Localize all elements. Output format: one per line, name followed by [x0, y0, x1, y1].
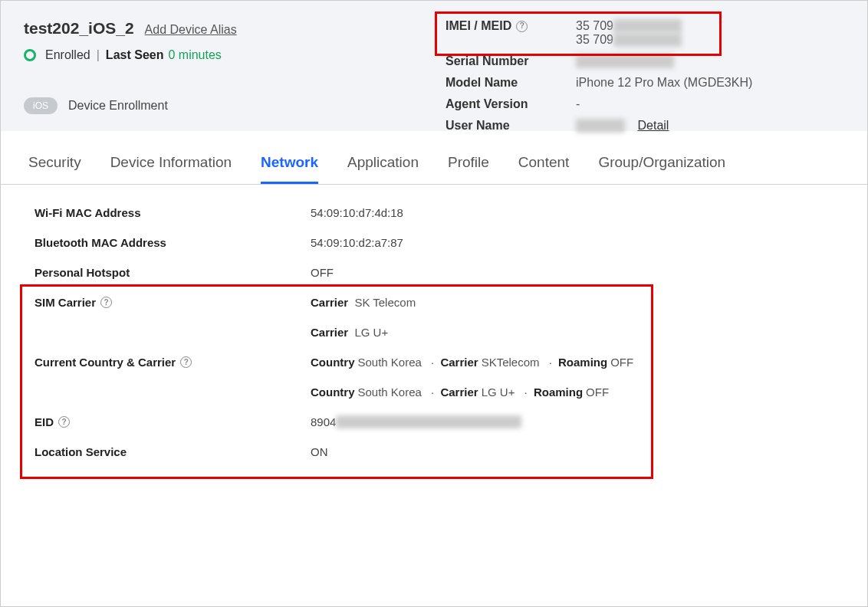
- os-badge: iOS: [24, 97, 58, 114]
- wifi-mac-value: 54:09:10:d7:4d:18: [311, 206, 403, 219]
- hotspot-label: Personal Hotspot: [35, 266, 311, 279]
- wifi-mac-label: Wi-Fi MAC Address: [35, 206, 311, 219]
- bt-mac-value: 54:09:10:d2:a7:87: [311, 236, 403, 249]
- hotspot-value: OFF: [311, 266, 334, 279]
- serial-value: XXXXXXXXXXXX: [576, 54, 674, 68]
- device-header: test202_iOS_2 Add Device Alias Enrolled …: [1, 1, 867, 131]
- username-value: XXXXXX Detail: [576, 119, 669, 133]
- tab-group[interactable]: Group/Organization: [598, 154, 725, 184]
- eid-value: 890400000000000000000000000000000: [311, 415, 521, 428]
- model-value: iPhone 12 Pro Max (MGDE3KH): [576, 76, 752, 90]
- sim-carrier-values: Carrier SK Telecom Carrier LG U+: [311, 296, 419, 339]
- status-circle-icon: [24, 49, 36, 61]
- help-icon[interactable]: ?: [180, 356, 192, 368]
- model-label: Model Name: [446, 76, 576, 90]
- tab-device-info[interactable]: Device Information: [110, 154, 232, 184]
- device-name: test202_iOS_2: [24, 19, 134, 38]
- last-seen-label: Last Seen: [106, 48, 164, 62]
- agent-label: Agent Version: [446, 97, 576, 111]
- serial-label: Serial Number: [446, 54, 576, 68]
- user-detail-link[interactable]: Detail: [637, 119, 669, 132]
- username-label: User Name: [446, 119, 576, 133]
- device-detail-page: test202_iOS_2 Add Device Alias Enrolled …: [0, 0, 868, 607]
- tab-profile[interactable]: Profile: [448, 154, 489, 184]
- current-country-carrier-label: Current Country & Carrier ?: [35, 356, 311, 369]
- agent-value: -: [576, 97, 580, 111]
- device-info-grid: IMEI / MEID ? 35 7090000000000 35 709000…: [446, 19, 752, 140]
- tab-network[interactable]: Network: [261, 154, 318, 184]
- help-icon[interactable]: ?: [100, 297, 112, 308]
- eid-label: EID ?: [35, 415, 311, 428]
- add-alias-link[interactable]: Add Device Alias: [145, 23, 237, 37]
- bt-mac-label: Bluetooth MAC Address: [35, 236, 311, 249]
- help-icon[interactable]: ?: [516, 21, 528, 32]
- tab-application[interactable]: Application: [347, 154, 419, 184]
- last-seen-value: 0 minutes: [168, 48, 221, 62]
- imei-label: IMEI / MEID ?: [446, 19, 576, 33]
- current-country-carrier-values: CountrySouth Korea · CarrierSKTelecom · …: [311, 356, 636, 399]
- sim-carrier-label: SIM Carrier ?: [35, 296, 311, 309]
- enrollment-status: Enrolled: [45, 48, 90, 62]
- imei-values: 35 7090000000000 35 7090000000000: [576, 19, 682, 47]
- location-service-label: Location Service: [35, 445, 311, 458]
- tab-content[interactable]: Content: [518, 154, 570, 184]
- enrollment-type: Device Enrollment: [68, 99, 168, 113]
- network-panel: Wi-Fi MAC Address 54:09:10:d7:4d:18 Blue…: [1, 185, 867, 458]
- location-service-value: ON: [311, 445, 328, 458]
- tab-security[interactable]: Security: [28, 154, 81, 184]
- help-icon[interactable]: ?: [58, 416, 70, 428]
- separator: |: [97, 48, 100, 62]
